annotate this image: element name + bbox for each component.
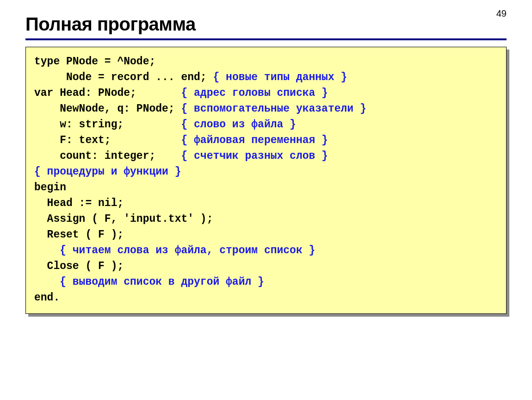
code-line: type PNode = ^Node; — [34, 56, 155, 68]
code-line: Head := nil; — [34, 197, 124, 209]
code-line: var Head: PNode; — [34, 87, 181, 99]
code-comment: { процедуры и функции } — [34, 166, 181, 178]
code-line: end. — [34, 292, 60, 304]
code-line: begin — [34, 181, 66, 194]
code-line: Node = record ... end; — [34, 71, 213, 83]
code-comment: { адрес головы списка } — [181, 87, 328, 99]
code-comment: { новые типы данных } — [213, 71, 347, 83]
slide-title: Полная программа — [25, 14, 507, 35]
code-comment: { слово из файла } — [181, 119, 296, 131]
code-comment: { вспомогательные указатели } — [181, 103, 366, 115]
code-comment: { счетчик разных слов } — [181, 150, 328, 162]
code-block: type PNode = ^Node; Node = record ... en… — [25, 47, 507, 314]
code-line: Reset ( F ); — [34, 229, 124, 241]
code-line: F: text; — [34, 134, 181, 146]
code-line: w: string; — [34, 119, 181, 131]
code-line: Close ( F ); — [34, 260, 124, 272]
code-line: count: integer; — [34, 150, 181, 162]
code-comment: { читаем слова из файла, строим список } — [34, 244, 315, 256]
code-line: NewNode, q: PNode; — [34, 103, 181, 115]
code-comment: { выводим список в другой файл } — [34, 276, 264, 288]
code-line: Assign ( F, 'input.txt' ); — [34, 213, 213, 225]
title-divider — [25, 38, 507, 40]
page-number: 49 — [496, 8, 507, 19]
code-comment: { файловая переменная } — [181, 134, 328, 146]
